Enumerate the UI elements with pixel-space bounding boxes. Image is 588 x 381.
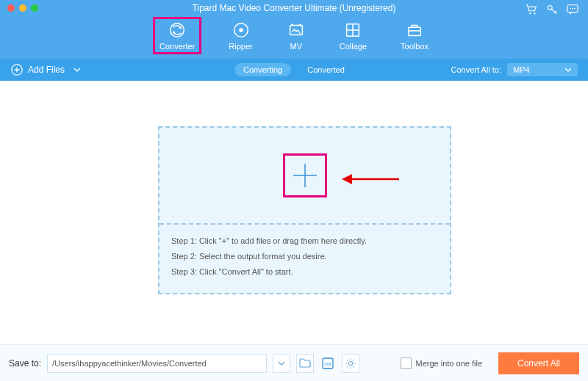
plus-icon — [289, 159, 321, 192]
output-format-select[interactable]: MP4 — [507, 63, 578, 76]
add-files-label: Add Files — [28, 65, 65, 75]
dropzone-add-area[interactable] — [159, 128, 450, 225]
svg-point-6 — [574, 8, 576, 10]
tab-ripper[interactable]: Ripper — [223, 18, 258, 54]
save-path-dropdown[interactable] — [273, 354, 290, 373]
add-files-button[interactable]: Add Files — [10, 63, 81, 76]
tab-label: MV — [290, 42, 302, 51]
save-to-label: Save to: — [9, 358, 41, 369]
converter-icon — [168, 21, 187, 40]
gpu-icon: ON — [320, 356, 335, 371]
svg-rect-12 — [409, 27, 421, 35]
settings-button[interactable] — [342, 354, 359, 373]
tab-converted[interactable]: Converted — [298, 63, 354, 76]
plus-circle-icon — [10, 63, 24, 76]
svg-point-5 — [572, 8, 573, 10]
mv-icon — [287, 21, 306, 40]
svg-point-17 — [348, 361, 352, 365]
tab-label: Converter — [159, 42, 195, 51]
step3-text: Step 3: Click "Convert All" to start. — [171, 264, 438, 280]
svg-point-1 — [534, 12, 535, 14]
folder-icon — [299, 358, 311, 368]
chevron-down-icon — [74, 68, 81, 72]
tab-label: Toolbox — [401, 42, 429, 51]
merge-label: Merge into one file — [416, 359, 483, 368]
toolbox-icon — [405, 21, 424, 40]
merge-option[interactable]: Merge into one file — [401, 358, 483, 369]
merge-checkbox[interactable] — [401, 358, 412, 369]
dropzone-instructions: Step 1: Click "+" to add files or drag t… — [159, 225, 450, 289]
save-path-value: /Users/ihappyacethinker/Movies/Converted — [52, 359, 207, 368]
tab-mv[interactable]: MV — [281, 18, 312, 54]
tab-collage[interactable]: Collage — [334, 18, 373, 54]
status-toggle: Converting Converted — [234, 59, 354, 81]
collage-icon — [343, 21, 362, 40]
save-path-field[interactable]: /Users/ihappyacethinker/Movies/Converted — [47, 354, 267, 373]
convert-all-to-label: Convert All to: — [451, 65, 501, 74]
tab-converter[interactable]: Converter — [154, 18, 201, 54]
step2-text: Step 2: Select the output format you des… — [171, 249, 438, 264]
gpu-accel-button[interactable]: ON — [320, 355, 336, 372]
gear-icon — [345, 358, 356, 369]
key-icon[interactable] — [545, 3, 559, 16]
ripper-icon — [232, 21, 251, 40]
tab-converting[interactable]: Converting — [234, 63, 291, 76]
svg-text:ON: ON — [325, 362, 331, 366]
sub-toolbar: Add Files Converting Converted Convert A… — [0, 59, 588, 81]
feedback-icon[interactable] — [566, 3, 579, 16]
app-header: Tipard Mac Video Converter Ultimate (Unr… — [0, 0, 588, 59]
main-area: Step 1: Click "+" to add files or drag t… — [0, 81, 588, 345]
svg-point-9 — [239, 28, 243, 32]
svg-rect-10 — [290, 26, 302, 35]
cart-icon[interactable] — [525, 3, 538, 16]
window-title: Tipard Mac Video Converter Ultimate (Unr… — [0, 3, 588, 13]
add-files-plus[interactable] — [283, 153, 327, 197]
tab-toolbox[interactable]: Toolbox — [395, 18, 434, 54]
svg-point-0 — [529, 12, 531, 14]
tab-label: Ripper — [229, 42, 252, 51]
svg-point-4 — [570, 8, 572, 10]
main-tabs: Converter Ripper MV Collage — [0, 18, 588, 54]
annotation-arrow — [342, 172, 401, 186]
footer-bar: Save to: /Users/ihappyacethinker/Movies/… — [0, 344, 588, 381]
step1-text: Step 1: Click "+" to add files or drag t… — [171, 233, 438, 249]
format-value: MP4 — [513, 65, 530, 74]
convert-all-button[interactable]: Convert All — [498, 352, 579, 374]
dropzone[interactable]: Step 1: Click "+" to add files or drag t… — [158, 126, 451, 294]
convert-all-to: Convert All to: MP4 — [451, 63, 578, 76]
header-actions — [525, 3, 579, 16]
chevron-down-icon — [278, 361, 285, 366]
open-folder-button[interactable] — [296, 354, 314, 373]
app-window: { "window": { "title": "Tipard Mac Video… — [0, 0, 588, 381]
tab-label: Collage — [340, 42, 367, 51]
chevron-down-icon — [564, 68, 572, 72]
